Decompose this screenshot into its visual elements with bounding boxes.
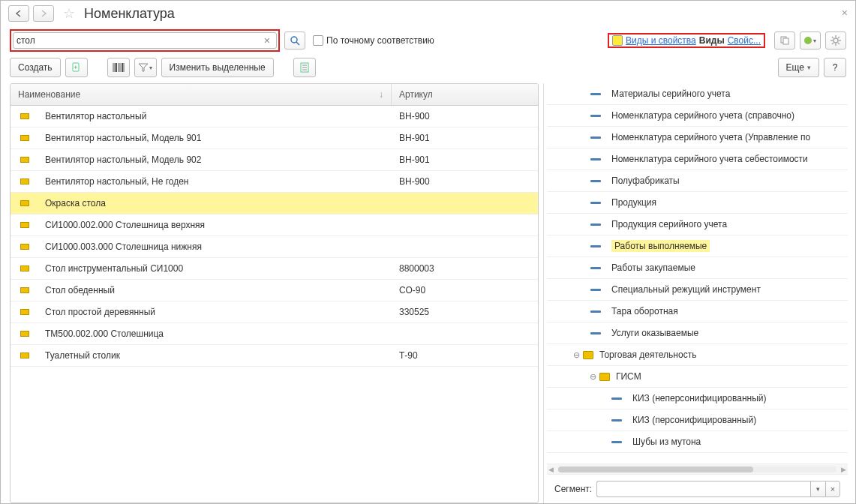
col-article-header[interactable]: Артикул — [392, 84, 538, 105]
node-icon — [590, 115, 601, 117]
tree-item[interactable]: Работы выполняемые — [547, 236, 848, 257]
row-icon-cell — [11, 309, 39, 315]
table-row[interactable]: Вентилятор настольныйВН-900 — [11, 106, 538, 128]
segment-dropdown-button[interactable]: ▾ — [810, 481, 825, 497]
more-label: Еще — [786, 62, 804, 73]
tree-label: Номенклатура серийного учета (справочно) — [611, 110, 794, 121]
list-mode-button[interactable] — [293, 58, 316, 77]
search-highlight-frame: × — [10, 29, 280, 52]
tree-label: Продукция серийного учета — [611, 219, 727, 230]
barcode-button[interactable] — [107, 58, 130, 77]
table-row[interactable]: СИ1000.002.000 Столешница верхняя — [11, 214, 538, 236]
table-row[interactable]: Вентилятор настольный, Модель 902ВН-901 — [11, 149, 538, 171]
filter-button[interactable]: ▾ — [134, 58, 157, 77]
search-input[interactable] — [17, 35, 261, 46]
more-button[interactable]: Еще▾ — [778, 58, 819, 77]
row-article: 8800003 — [392, 263, 538, 274]
tree-item[interactable]: Продукция — [547, 192, 848, 214]
svg-point-4 — [833, 38, 838, 43]
table-row[interactable]: ТМ500.002.000 Столешница — [11, 323, 538, 345]
copy-button[interactable] — [774, 32, 795, 50]
tree-label: Работы закупаемые — [611, 262, 695, 273]
table-row[interactable]: Вентилятор настольный, Не годенВН-900 — [11, 171, 538, 193]
node-icon — [611, 441, 622, 443]
tree-label: Работы выполняемые — [611, 240, 710, 252]
row-name: СИ1000.003.000 Столешница нижняя — [39, 242, 392, 252]
row-icon-cell — [11, 352, 39, 358]
row-name: Вентилятор настольный — [39, 111, 392, 122]
create-button[interactable]: Создать — [10, 58, 61, 77]
tree-item[interactable]: КИЗ (неперсонифицированный) — [547, 388, 848, 410]
help-button[interactable]: ? — [824, 58, 846, 77]
tree-item[interactable]: Материалы серийного учета — [547, 83, 848, 105]
grid-body[interactable]: Вентилятор настольныйВН-900Вентилятор на… — [11, 106, 538, 502]
tree-item[interactable]: Продукция серийного учета — [547, 214, 848, 236]
tree-item[interactable]: ⊖ГИСМ — [547, 366, 848, 388]
row-name: СИ1000.002.000 Столешница верхняя — [39, 220, 392, 230]
row-name: Стол инструментальный СИ1000 — [39, 263, 392, 274]
nav-forward-button[interactable] — [33, 5, 54, 22]
category-tree[interactable]: Материалы серийного учетаНоменклатура се… — [547, 83, 848, 462]
table-row[interactable]: Стол инструментальный СИ10008800003 — [11, 258, 538, 280]
item-icon — [20, 222, 29, 228]
row-name: Окраска стола — [39, 198, 392, 208]
row-icon-cell — [11, 266, 39, 272]
close-icon[interactable]: × — [842, 7, 848, 19]
change-selected-button[interactable]: Изменить выделенные — [161, 58, 274, 77]
views-and-properties-link[interactable]: Виды и свойства — [626, 35, 696, 46]
tree-item[interactable]: Шубы из мутона — [547, 431, 848, 453]
tree-item[interactable]: Номенклатура серийного учета (Управление… — [547, 127, 848, 148]
properties-link[interactable]: Свойс... — [728, 35, 761, 46]
tree-item[interactable]: Тара оборотная — [547, 301, 848, 322]
horizontal-scrollbar[interactable]: ◀ ▶ — [547, 464, 848, 474]
tree-label: Номенклатура серийного учета себестоимос… — [611, 154, 808, 164]
search-button[interactable] — [284, 32, 305, 50]
table-row[interactable]: Туалетный столикТ-90 — [11, 345, 538, 367]
tree-label: Продукция — [611, 197, 656, 208]
node-icon — [590, 202, 601, 204]
row-name: Туалетный столик — [39, 350, 392, 361]
node-icon — [590, 180, 601, 182]
tree-item[interactable]: КИЗ (персонифицированный) — [547, 410, 848, 431]
document-plus-icon: + — [71, 62, 82, 73]
item-icon — [20, 309, 29, 315]
tree-item[interactable]: Специальный режущий инструмент — [547, 279, 848, 301]
nav-back-button[interactable] — [8, 5, 29, 22]
create-copy-button[interactable]: + — [65, 58, 88, 77]
segment-clear-button[interactable]: × — [825, 481, 840, 497]
segment-field[interactable] — [596, 481, 810, 497]
tree-label: КИЗ (неперсонифицированный) — [632, 393, 766, 404]
status-button[interactable]: ▾ — [800, 32, 821, 50]
table-row[interactable]: СИ1000.003.000 Столешница нижняя — [11, 236, 538, 258]
tree-item[interactable]: Номенклатура серийного учета себестоимос… — [547, 148, 848, 170]
table-row[interactable]: Вентилятор настольный, Модель 901ВН-901 — [11, 128, 538, 149]
row-name: Вентилятор настольный, Модель 901 — [39, 133, 392, 143]
tree-item[interactable]: ⊖Торговая деятельность — [547, 344, 848, 366]
views-tab[interactable]: Виды — [699, 35, 725, 46]
page-title: Номенклатура — [84, 6, 175, 22]
favorite-icon[interactable]: ☆ — [63, 5, 75, 22]
col-name-header[interactable]: Наименование ↓ — [11, 84, 392, 105]
tree-item[interactable]: Номенклатура серийного учета (справочно) — [547, 105, 848, 127]
tree-item[interactable]: Услуги оказываемые — [547, 322, 848, 344]
scroll-track — [558, 466, 836, 472]
tree-item[interactable]: Работы закупаемые — [547, 257, 848, 279]
table-row[interactable]: Окраска стола — [11, 193, 538, 214]
svg-text:+: + — [74, 64, 77, 71]
collapse-icon[interactable]: ⊖ — [586, 372, 599, 382]
items-grid: Наименование ↓ Артикул Вентилятор настол… — [10, 83, 539, 503]
search-clear-icon[interactable]: × — [261, 34, 273, 46]
grid-header: Наименование ↓ Артикул — [11, 84, 538, 106]
table-row[interactable]: Стол простой деревянный330525 — [11, 302, 538, 323]
item-icon — [20, 200, 29, 206]
collapse-icon[interactable]: ⊖ — [569, 350, 583, 360]
settings-button[interactable] — [825, 32, 846, 50]
tree-item[interactable]: Полуфабрикаты — [547, 170, 848, 192]
exact-match-checkbox-wrap[interactable]: По точному соответствию — [313, 35, 434, 46]
main-window: × ☆ Номенклатура × По точному соответств… — [0, 0, 856, 504]
scroll-thumb[interactable] — [558, 466, 753, 472]
titlebar: ☆ Номенклатура — [1, 1, 855, 26]
row-name: Стол простой деревянный — [39, 307, 392, 317]
table-row[interactable]: Стол обеденныйСО-90 — [11, 280, 538, 302]
toggle-checkbox-icon[interactable] — [612, 35, 623, 46]
